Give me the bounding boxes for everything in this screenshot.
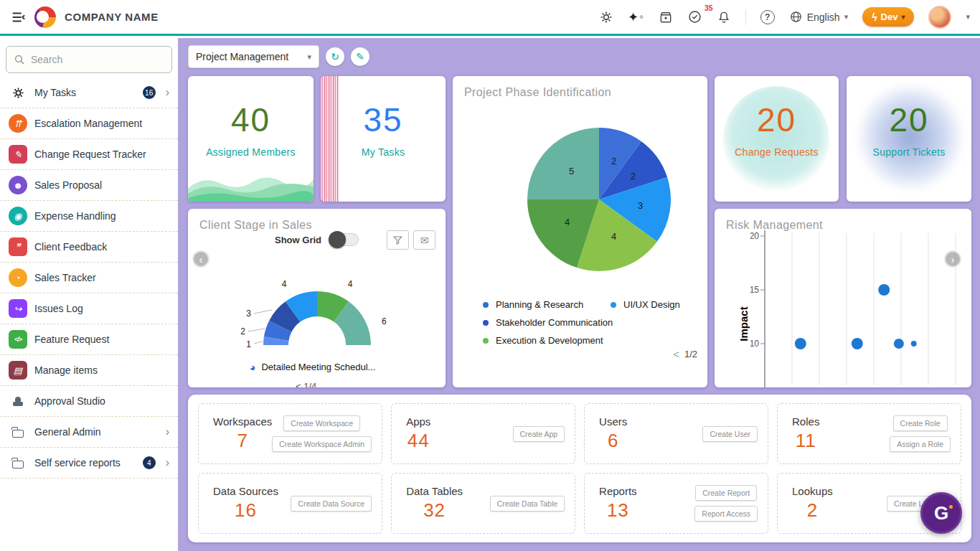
- sidebar-item-label: Feature Request: [34, 334, 109, 345]
- sidebar-item-sales-proposal[interactable]: ☻ Sales Proposal: [0, 170, 178, 201]
- create-role-button[interactable]: Create Role: [893, 415, 948, 431]
- edit-dashboard-button[interactable]: ✎: [351, 47, 369, 66]
- stat-card-support-tickets: 20 Support Tickets: [847, 76, 971, 202]
- legend-item[interactable]: Planning & Research: [483, 296, 611, 314]
- user-avatar[interactable]: [928, 6, 951, 29]
- email-button[interactable]: ✉: [413, 230, 435, 250]
- gauge-chart-card: Client Stage in Sales Show Grid ✉ 1 2 3 …: [188, 209, 446, 387]
- sidebar-item-issues-log[interactable]: ↪ Issues Log: [0, 293, 178, 324]
- tracker-icon: ◔: [9, 268, 27, 287]
- pink-decoration: [321, 76, 339, 202]
- scatter-point: [878, 284, 890, 296]
- sidebar-search: [6, 46, 172, 73]
- notifications-bell-icon[interactable]: [717, 10, 731, 24]
- language-selector[interactable]: English ▾: [789, 10, 848, 24]
- dashboard-toolbar: Project Management ▾ ↻ ✎: [188, 45, 369, 68]
- carousel-next-button[interactable]: ›: [944, 250, 961, 268]
- legend-item[interactable]: UI/UX Design: [611, 296, 680, 314]
- carousel-prev-button[interactable]: ‹: [192, 250, 209, 268]
- code-icon: </>: [9, 330, 27, 349]
- stat-value: 20: [847, 103, 971, 136]
- sidebar-item-client-feedback[interactable]: ❞ Client Feedback: [0, 232, 178, 263]
- environment-label: Dev: [881, 11, 898, 22]
- sidebar-item-feature-request[interactable]: </> Feature Request: [0, 324, 178, 355]
- sidebar-item-manage-items[interactable]: ▤ Manage items: [0, 355, 178, 386]
- stat-card-assigned-members: 40 Assigned Members: [188, 76, 314, 202]
- admin-box-title: Data Tables: [406, 485, 463, 497]
- search-input[interactable]: [31, 54, 153, 65]
- sidebar-item-change-request-tracker[interactable]: ✎ Change Request Tracker: [0, 139, 178, 170]
- sidebar-item-label: Escalation Management: [34, 118, 142, 129]
- pager-prev-button[interactable]: <: [673, 348, 679, 360]
- approvals-check-icon[interactable]: 35: [687, 9, 702, 24]
- create-workspace-admin-button[interactable]: Create Workspace Admin: [272, 436, 372, 452]
- help-icon[interactable]: ?: [760, 10, 775, 24]
- settings-gear-icon[interactable]: [599, 10, 613, 24]
- stat-card-my-tasks: 35 My Tasks: [321, 76, 446, 202]
- header-divider: [745, 9, 746, 25]
- ai-sparkle-icon[interactable]: ✦: [628, 9, 644, 25]
- admin-box-data-sources: Data Sources 16 Create Data Source: [198, 473, 382, 534]
- create-data-table-button[interactable]: Create Data Table: [490, 496, 565, 512]
- scatter-point: [911, 341, 917, 347]
- assign-role-button[interactable]: Assign a Role: [890, 436, 951, 452]
- caret-down-icon: ▾: [307, 52, 311, 62]
- report-access-button[interactable]: Report Access: [694, 506, 758, 522]
- pie-chart-card: Project Phase Identification 2 2 3 4 4 5…: [453, 76, 707, 387]
- admin-box-value: 6: [608, 430, 618, 452]
- sidebar-item-general-admin[interactable]: General Admin ›: [0, 417, 178, 448]
- create-user-button[interactable]: Create User: [702, 426, 758, 442]
- pie-legend: Planning & Research UI/UX Design Stakeho…: [483, 296, 699, 349]
- sidebar-toggle-icon[interactable]: [10, 9, 26, 25]
- apps-box-icon[interactable]: [659, 10, 673, 24]
- sidebar-item-label: Approval Studio: [34, 395, 105, 407]
- scatter-point: [894, 339, 904, 349]
- create-workspace-button[interactable]: Create Workspace: [283, 415, 360, 431]
- count-badge: 16: [143, 86, 156, 99]
- refresh-button[interactable]: ↻: [326, 47, 344, 66]
- legend-item[interactable]: Execution & Development: [483, 331, 699, 349]
- stat-value: 40: [188, 103, 314, 136]
- admin-box-reports: Reports 13 Create Report Report Access: [584, 473, 768, 534]
- slice-value: 4: [565, 217, 570, 227]
- admin-box-value: 7: [237, 430, 248, 452]
- toggle-knob: [329, 231, 346, 248]
- sidebar-item-label: Client Feedback: [34, 241, 107, 253]
- company-logo: [34, 6, 56, 28]
- create-app-button[interactable]: Create App: [513, 426, 565, 442]
- legend-marker-icon: ◕: [250, 362, 255, 372]
- admin-box-value: 2: [807, 499, 818, 522]
- show-grid-label: Show Grid: [275, 235, 321, 245]
- create-report-button[interactable]: Create Report: [695, 485, 757, 501]
- caret-down-icon: ▾: [901, 13, 905, 21]
- filter-button[interactable]: [387, 230, 409, 250]
- sidebar-item-escalation-management[interactable]: ⇈ Escalation Management: [0, 108, 178, 139]
- gauge-pager[interactable]: < 1/4: [296, 381, 316, 387]
- legend-item[interactable]: Stakeholder Communication: [483, 314, 699, 331]
- branding-fab-button[interactable]: G: [920, 492, 962, 534]
- stat-card-change-requests: 20 Change Requests: [715, 76, 839, 202]
- environment-switcher-button[interactable]: ϟ Dev ▾: [862, 7, 914, 27]
- y-tick: 10: [750, 339, 759, 349]
- sidebar-item-my-tasks[interactable]: My Tasks 16 ›: [0, 77, 178, 108]
- sidebar-item-approval-studio[interactable]: Approval Studio: [0, 386, 178, 417]
- stat-value: 20: [715, 103, 839, 136]
- segment-value: 6: [382, 316, 387, 326]
- create-data-source-button[interactable]: Create Data Source: [291, 496, 372, 512]
- sidebar-item-self-service-reports[interactable]: Self service reports 4 ›: [0, 448, 178, 479]
- sidebar: My Tasks 16 › ⇈ Escalation Management ✎ …: [0, 38, 178, 551]
- segment-value: 1: [246, 339, 251, 349]
- profile-menu-caret-icon[interactable]: ▾: [966, 12, 970, 22]
- pie-slice[interactable]: [527, 128, 599, 199]
- segment-value: 4: [348, 279, 353, 289]
- sidebar-item-sales-tracker[interactable]: ◔ Sales Tracker: [0, 263, 178, 293]
- app-selector-dropdown[interactable]: Project Management ▾: [188, 45, 319, 68]
- edit-icon: ✎: [356, 51, 364, 62]
- gauge-legend[interactable]: ◕ Detailed Meeting Schedul...: [250, 362, 375, 372]
- y-axis-label: Impact: [738, 306, 750, 341]
- sidebar-item-expense-handling[interactable]: ◉ Expense Handling: [0, 201, 178, 232]
- sidebar-item-label: Change Request Tracker: [34, 149, 146, 160]
- legend-dot: [611, 302, 616, 308]
- show-grid-toggle[interactable]: [330, 233, 359, 246]
- slice-value: 2: [631, 171, 636, 182]
